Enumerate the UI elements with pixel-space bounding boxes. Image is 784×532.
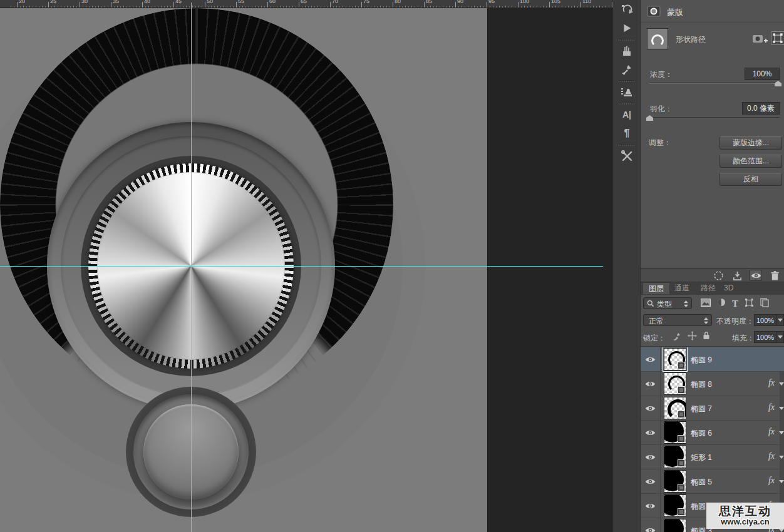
ruler-tick [98,6,99,8]
layer-filter-kind-combo[interactable]: 类型 [643,297,692,309]
feather-slider[interactable] [649,117,780,118]
filter-image-icon[interactable] [701,298,711,309]
mask-edge-button[interactable]: 蒙版边缘... [720,136,782,150]
shape-path-thumbnail[interactable] [647,28,668,49]
filter-smart-icon[interactable] [760,298,769,310]
mask-visibility-button[interactable] [750,270,762,281]
layer-name[interactable]: 椭圆 5 [691,477,712,488]
document-canvas[interactable] [0,8,487,532]
actions-panel-button[interactable] [613,19,641,38]
ruler-tick [133,6,133,8]
layer-row[interactable]: 矩形 1fx [641,445,784,469]
ruler-tick [148,6,149,8]
lock-all-icon[interactable] [703,331,710,342]
layer-row[interactable]: 椭圆 6fx [641,421,784,445]
paragraph-panel-button[interactable]: ¶ [613,124,641,143]
load-selection-from-mask-button[interactable] [712,270,725,281]
brush-presets-panel-button[interactable] [613,41,641,60]
layer-row[interactable]: 椭圆 8fx [641,372,784,396]
layer-visibility-eye-icon[interactable] [641,396,661,420]
layer-fx-badge[interactable]: fx [768,402,775,412]
vertical-guide[interactable] [191,3,192,532]
layer-thumbnail[interactable] [664,372,686,395]
panel-group-grip[interactable] [619,39,634,41]
ruler-tick [377,6,378,8]
panel-group-grip[interactable] [619,80,634,82]
layer-fx-badge[interactable]: fx [768,476,775,486]
ruler-tick [443,6,443,8]
invert-button[interactable]: 反相 [720,173,782,186]
lock-move-icon[interactable] [688,331,697,343]
fx-collapse-chevron-icon[interactable] [779,456,784,459]
layer-visibility-eye-icon[interactable] [641,494,661,518]
ruler-tick [155,6,155,8]
feather-slider-thumb[interactable] [646,115,653,121]
apply-mask-button[interactable] [731,270,743,281]
tool-presets-panel-button[interactable] [613,146,641,165]
opacity-dropdown[interactable]: 100% [754,314,784,326]
fx-collapse-chevron-icon[interactable] [779,407,784,410]
layer-fx-badge[interactable]: fx [768,427,775,437]
tab-paths[interactable]: 路径 [695,282,721,294]
layer-thumbnail[interactable] [664,348,686,371]
blend-mode-combo[interactable]: 正常 [643,314,712,326]
layer-row[interactable]: 椭圆 7fx [641,396,784,421]
density-slider[interactable] [649,83,780,84]
layer-name[interactable]: 椭圆 7 [691,404,712,414]
layer-name[interactable]: 椭圆 8 [691,379,712,390]
panel-group-grip[interactable] [619,103,634,105]
layer-visibility-eye-icon[interactable] [641,469,661,493]
horizontal-ruler[interactable]: 2025303540455055606570758085909510010511… [0,0,612,8]
fx-collapse-chevron-icon[interactable] [779,382,784,386]
tab-3d[interactable]: 3D [718,282,739,294]
dropdown-arrow-icon[interactable] [776,332,783,342]
horizontal-guide[interactable] [0,266,603,267]
layer-thumbnail[interactable] [664,470,686,493]
layer-thumbnail[interactable] [664,421,686,444]
layer-row[interactable]: 椭圆 9 [641,347,784,372]
delete-mask-button[interactable] [768,270,781,281]
fx-collapse-chevron-icon[interactable] [779,529,784,532]
panel-group-grip[interactable] [619,144,634,146]
layer-visibility-eye-icon[interactable] [641,347,661,371]
add-vector-mask-button[interactable] [771,31,784,45]
arc-shape-preview [651,34,664,47]
character-panel-button[interactable]: A| [613,105,641,124]
layer-visibility-eye-icon[interactable] [641,445,661,469]
brush-settings-panel-button[interactable] [613,60,641,79]
layer-name[interactable]: 椭圆 6 [691,428,712,439]
layer-visibility-eye-icon[interactable] [641,518,661,532]
photoshop-workspace: 2025303540455055606570758085909510010511… [0,0,784,532]
dropdown-arrow-icon[interactable] [776,315,783,325]
layer-thumbnail[interactable] [664,494,686,517]
fill-dropdown[interactable]: 100% [754,331,784,343]
density-slider-thumb[interactable] [775,81,781,86]
layer-visibility-eye-icon[interactable] [641,372,661,396]
clone-source-panel-button[interactable] [613,83,641,101]
color-range-button[interactable]: 颜色范围... [720,155,782,168]
fx-collapse-chevron-icon[interactable] [779,431,784,434]
filter-type-icon[interactable]: T [732,298,738,309]
fx-collapse-chevron-icon[interactable] [779,480,784,483]
layer-thumbnail[interactable] [664,397,686,419]
lock-brush-icon[interactable] [673,331,682,343]
add-pixel-mask-button[interactable] [752,33,768,45]
layer-name[interactable]: 椭圆 9 [691,355,712,366]
layer-name[interactable]: 矩形 1 [691,453,712,463]
layer-fx-badge[interactable]: fx [768,378,775,388]
filter-shape-icon[interactable] [745,298,754,310]
history-panel-button[interactable] [613,0,641,19]
layer-thumbnail[interactable] [664,446,686,468]
layer-fx-badge[interactable]: fx [768,451,775,461]
tab-layers[interactable]: 图层 [642,282,670,294]
density-value[interactable]: 100% [745,68,780,80]
ruler-tick [496,6,497,8]
tab-channels[interactable]: 通道 [669,282,695,294]
ruler-label: 40 [144,0,150,4]
feather-value[interactable]: 0.0 像素 [742,102,780,115]
layer-row[interactable]: 椭圆 5fx [641,469,784,494]
filter-adjustment-icon[interactable] [717,298,726,309]
ruler-tick [321,6,321,8]
layer-thumbnail[interactable] [664,519,686,532]
layer-visibility-eye-icon[interactable] [641,421,661,444]
